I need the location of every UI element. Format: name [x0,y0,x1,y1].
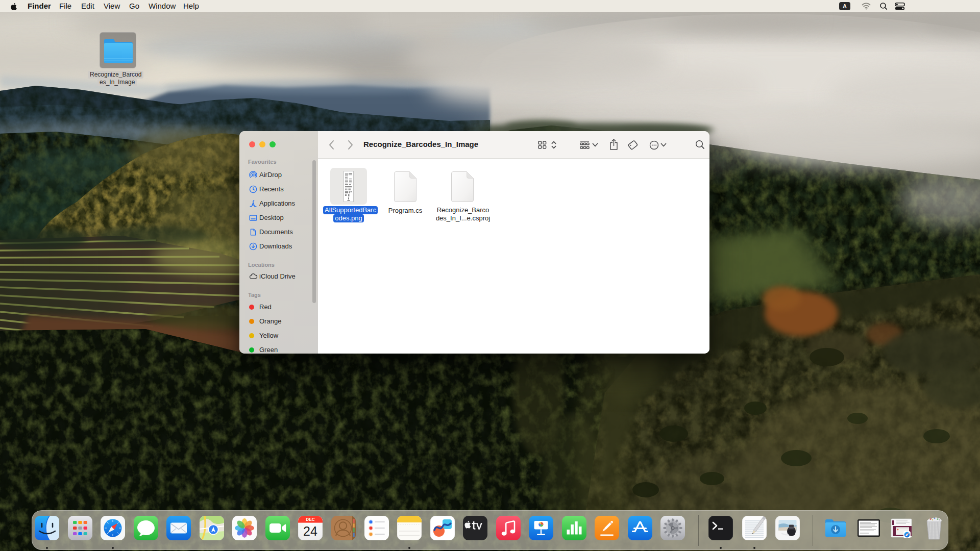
svg-text:24: 24 [303,524,317,538]
svg-text:DEC: DEC [306,517,315,522]
